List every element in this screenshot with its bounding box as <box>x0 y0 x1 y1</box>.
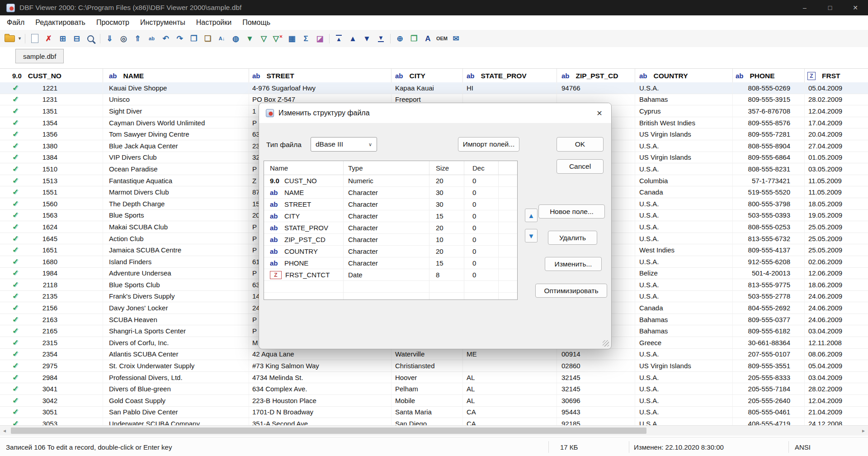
export-page-button[interactable]: ❐ <box>407 32 421 45</box>
undo-button[interactable]: ↶ <box>159 32 173 45</box>
table-row[interactable]: 3042 Gold Coast Supply 223-B Houston Pla… <box>0 395 868 407</box>
field-dec: 0 <box>464 234 499 245</box>
binoculars-button[interactable]: ◎ <box>117 32 131 45</box>
table-row[interactable]: 2984 Professional Divers, Ltd. 4734 Meli… <box>0 372 868 384</box>
menu-item[interactable]: Редактировать <box>30 15 91 30</box>
up-value-button[interactable]: ▲ <box>346 32 360 45</box>
web-button[interactable]: ⊕ <box>393 32 407 45</box>
move-field-down-button[interactable]: ▼ <box>525 229 538 242</box>
field-row[interactable] <box>264 293 517 300</box>
delete-field-button[interactable]: Удалить <box>548 231 597 245</box>
toolbar-separator <box>388 32 393 45</box>
table-row[interactable]: 3051 San Pablo Dive Center 1701-D N Broa… <box>0 407 868 418</box>
menu-item[interactable]: Настройки <box>191 15 237 30</box>
ok-button[interactable]: OK <box>557 137 604 152</box>
open-file-button[interactable] <box>3 32 17 45</box>
field-header-dec[interactable]: Dec <box>464 161 499 175</box>
field-dec <box>464 281 499 292</box>
new-file-button[interactable] <box>28 32 42 45</box>
min-value-button[interactable]: ▼ <box>374 32 388 45</box>
paste-button[interactable]: ❏ <box>201 32 215 45</box>
column-header[interactable]: ab CITY <box>392 69 463 83</box>
horizontal-scrollbar[interactable]: ◂ ▸ <box>0 425 868 436</box>
edit-field-button[interactable]: Изменить... <box>545 257 602 271</box>
filter-clear-button[interactable]: ▽ <box>271 32 285 45</box>
field-row[interactable]: abZIP_PST_CD Character 10 0 <box>264 234 517 246</box>
move-field-up-button[interactable]: ▲ <box>525 209 538 222</box>
column-header[interactable]: ab NAME <box>103 69 249 83</box>
scroll-right-button[interactable]: ▸ <box>859 426 868 436</box>
field-row[interactable]: abPHONE Character 15 0 <box>264 257 517 269</box>
tab-sample-dbf[interactable]: sample.dbf <box>15 49 64 63</box>
field-dec: 0 <box>464 199 499 210</box>
dialog-title: Изменить структуру файла <box>278 109 370 117</box>
menu-item[interactable]: Инструменты <box>135 15 191 30</box>
cancel-button[interactable]: Cancel <box>557 159 604 174</box>
column-header[interactable]: ab STATE_PROV <box>463 69 557 83</box>
font-button[interactable]: A <box>421 32 435 45</box>
field-row[interactable] <box>264 281 517 293</box>
table-row[interactable]: 2354 Atlantis SCUBA Center 42 Aqua Lane … <box>0 349 868 361</box>
export-up-button[interactable]: ⇑ <box>131 32 145 45</box>
filter-button[interactable]: ▽ <box>257 32 271 45</box>
new-field-button[interactable]: Новое поле... <box>538 204 605 218</box>
field-size: 30 <box>429 199 464 210</box>
replace-button[interactable]: ab <box>145 32 159 45</box>
column-header[interactable]: 9.0 CUST_NO <box>0 69 103 83</box>
delete-record-button[interactable]: ✗ <box>42 32 56 45</box>
field-header-size[interactable]: Size <box>429 161 464 175</box>
sum-button[interactable]: Σ <box>299 32 313 45</box>
mail-button[interactable]: ✉ <box>449 32 463 45</box>
close-button[interactable]: ✕ <box>843 0 868 15</box>
open-file-dropdown[interactable]: ▾ <box>17 32 23 45</box>
find-button[interactable] <box>84 32 98 45</box>
record-check-icon <box>12 106 23 116</box>
column-header[interactable]: ab PHONE <box>733 69 805 83</box>
down-value-button[interactable]: ▼ <box>360 32 374 45</box>
resize-grip[interactable] <box>603 340 609 347</box>
table-row[interactable]: 2975 St. Croix Underwater Supply #73 Kin… <box>0 360 868 372</box>
field-row[interactable]: abSTATE_PROV Character 20 0 <box>264 222 517 234</box>
redo-button[interactable]: ↷ <box>173 32 187 45</box>
cell-cust-no: 1563 <box>23 211 57 219</box>
scrollbar-thumb[interactable] <box>11 428 646 434</box>
menu-item[interactable]: Просмотр <box>91 15 135 30</box>
field-row[interactable]: abCOUNTRY Character 20 0 <box>264 246 517 257</box>
field-header-name[interactable]: Name <box>264 161 344 175</box>
export-down-button[interactable]: ⇓ <box>103 32 117 45</box>
cell-phone: 503-555-2778 <box>733 291 805 302</box>
copy-button[interactable]: ❐ <box>187 32 201 45</box>
filter-edit-button[interactable]: ▼ <box>243 32 257 45</box>
table-row[interactable]: 1221 Kauai Dive Shoppe 4-976 Sugarloaf H… <box>0 82 868 94</box>
field-row[interactable]: abSTREET Character 30 0 <box>264 199 517 210</box>
sort-button[interactable]: A↓ <box>215 32 229 45</box>
field-row[interactable]: abNAME Character 30 0 <box>264 187 517 199</box>
column-header[interactable]: Z FRST <box>805 69 868 83</box>
table-row[interactable]: 3041 Divers of Blue-green 634 Complex Av… <box>0 383 868 395</box>
globe-button[interactable]: ◍ <box>229 32 243 45</box>
column-header[interactable]: ab COUNTRY <box>635 69 733 83</box>
max-value-button[interactable]: ▲ <box>332 32 346 45</box>
edit-record-button[interactable]: ⊟ <box>70 32 84 45</box>
minimize-button[interactable]: – <box>792 0 817 15</box>
field-header-type[interactable]: Type <box>344 161 429 175</box>
column-header[interactable]: ab ZIP_PST_CD <box>557 69 635 83</box>
optimize-button[interactable]: Оптимизировать <box>535 284 607 298</box>
oem-button[interactable]: OEM <box>435 32 449 45</box>
append-record-button[interactable]: ⊞ <box>56 32 70 45</box>
scroll-left-button[interactable]: ◂ <box>0 426 9 436</box>
table-row[interactable]: 3053 Underwater SCUBA Company 351-A Seco… <box>0 418 868 425</box>
field-header-filler <box>499 161 517 175</box>
field-row[interactable]: ZFRST_CNTCT Date 8 0 <box>264 269 517 281</box>
field-row[interactable]: 9.0CUST_NO Numeric 20 0 <box>264 175 517 187</box>
clear-button[interactable]: ◪ <box>313 32 327 45</box>
grid-view-button[interactable]: ▦ <box>285 32 299 45</box>
menu-item[interactable]: Помощь <box>237 15 276 30</box>
import-fields-button[interactable]: Импорт полей... <box>458 137 519 152</box>
dialog-close-button[interactable]: ✕ <box>588 103 611 123</box>
column-header[interactable]: ab STREET <box>249 69 392 83</box>
menu-item[interactable]: Файл <box>1 15 30 30</box>
file-type-select[interactable]: dBase III ∨ <box>311 137 377 152</box>
field-row[interactable]: abCITY Character 15 0 <box>264 210 517 222</box>
maximize-button[interactable]: □ <box>817 0 843 15</box>
